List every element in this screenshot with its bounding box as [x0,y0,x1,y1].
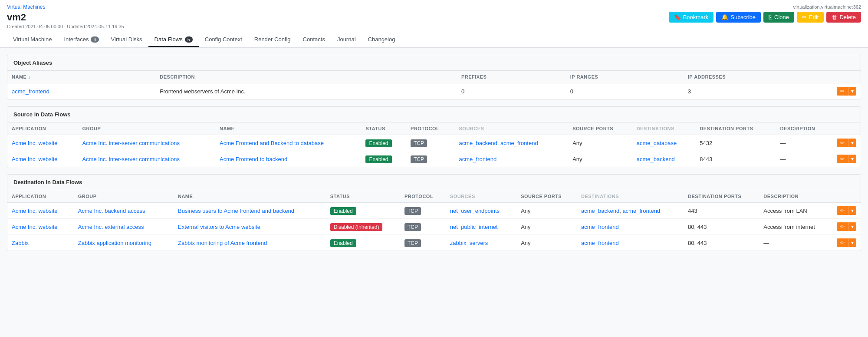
src-dropdown-button[interactable]: ▾ [848,139,856,147]
clone-button[interactable]: ⎘ Clone [763,12,794,23]
dst-description: Access from internet [759,219,832,235]
src-source-ports: Any [568,135,632,151]
trash-icon: 🗑 [832,14,837,20]
table-row: acme_frontend Frontend webservers of Acm… [7,83,861,99]
object-aliases-section: Object Aliases NAME ↓ DESCRIPTION PREFIX… [7,55,861,99]
src-col-actions [832,122,861,135]
tab-render-config[interactable]: Render Config [248,33,297,47]
table-row: Acme Inc. website Acme Inc. inter-server… [7,135,861,151]
dst-sources[interactable]: net_user_endpoints [446,203,516,219]
bookmark-button[interactable]: 🔖 Bookmark [669,12,714,23]
dst-source-ports: Any [516,235,577,251]
src-edit-button[interactable]: ✏ [837,139,848,147]
destination-flows-section: Destination in Data Flows APPLICATION GR… [7,174,861,251]
src-edit-button[interactable]: ✏ [837,155,848,163]
src-destinations[interactable]: acme_database [632,135,696,151]
tab-virtual-disks[interactable]: Virtual Disks [105,33,148,47]
src-group[interactable]: Acme Inc. inter-server communications [78,135,215,151]
src-sources[interactable]: acme_frontend [455,151,569,167]
alias-name[interactable]: acme_frontend [7,83,155,99]
dst-destination-ports: 443 [684,203,759,219]
delete-button[interactable]: 🗑 Delete [826,12,861,23]
alias-actions: ✏ ▾ [832,83,861,99]
dst-edit-button[interactable]: ✏ [837,206,848,215]
breadcrumb[interactable]: Virtual Machines [7,4,46,10]
dst-destinations[interactable]: acme_backend, acme_frontend [577,203,684,219]
tab-config-context[interactable]: Config Context [199,33,248,47]
dst-col-source-ports: SOURCE PORTS [516,190,577,203]
dst-dropdown-button[interactable]: ▾ [848,206,856,215]
dst-name[interactable]: External visitors to Acme website [174,219,326,235]
src-col-application: APPLICATION [7,122,78,135]
alias-edit-button[interactable]: ✏ [837,87,848,96]
src-name[interactable]: Acme Frontend to backend [215,151,361,167]
dst-col-name: NAME [174,190,326,203]
dst-application[interactable]: Zabbix [7,235,74,251]
col-name[interactable]: NAME ↓ [7,71,155,83]
dst-actions: ✏ ▾ [832,235,861,251]
dst-dropdown-button[interactable]: ▾ [848,238,856,247]
edit-button[interactable]: ✏ Edit [797,12,824,23]
dst-destinations[interactable]: acme_frontend [577,219,684,235]
alias-dropdown-button[interactable]: ▾ [848,87,856,96]
src-col-destinations: DESTINATIONS [632,122,696,135]
dst-col-application: APPLICATION [7,190,74,203]
dst-group[interactable]: Acme Inc. backend access [74,203,174,219]
dst-col-sources: SOURCES [446,190,516,203]
tab-bar: Virtual Machine Interfaces 4 Virtual Dis… [7,33,861,47]
dst-protocol: TCP [400,203,446,219]
dst-protocol: TCP [400,235,446,251]
tab-journal[interactable]: Journal [331,33,362,47]
src-application[interactable]: Acme Inc. website [7,151,78,167]
dst-edit-button[interactable]: ✏ [837,238,848,247]
src-actions: ✏ ▾ [832,151,861,167]
source-flows-header: Source in Data Flows [7,107,861,122]
dst-col-description: DESCRIPTION [759,190,832,203]
object-aliases-table: NAME ↓ DESCRIPTION PREFIXES IP RANGES IP… [7,71,861,99]
dst-destinations[interactable]: acme_frontend [577,235,684,251]
src-col-sources: SOURCES [455,122,569,135]
src-status: Enabled [361,151,406,167]
src-actions: ✏ ▾ [832,135,861,151]
tab-virtual-machine[interactable]: Virtual Machine [7,33,58,47]
dst-sources[interactable]: net_public_internet [446,219,516,235]
tab-changelog[interactable]: Changelog [362,33,401,47]
subscribe-button[interactable]: 🔔 Subscribe [716,12,761,23]
table-row: Acme Inc. website Acme Inc. external acc… [7,219,861,235]
src-application[interactable]: Acme Inc. website [7,135,78,151]
tab-interfaces[interactable]: Interfaces 4 [58,33,105,47]
table-row: Acme Inc. website Acme Inc. inter-server… [7,151,861,167]
dst-group[interactable]: Zabbix application monitoring [74,235,174,251]
dst-application[interactable]: Acme Inc. website [7,203,74,219]
dst-application[interactable]: Acme Inc. website [7,219,74,235]
src-col-description: DESCRIPTION [776,122,832,135]
dst-group[interactable]: Acme Inc. external access [74,219,174,235]
dst-col-actions [832,190,861,203]
tab-contacts[interactable]: Contacts [297,33,331,47]
dst-dropdown-button[interactable]: ▾ [848,222,856,231]
col-description: DESCRIPTION [155,71,457,83]
dst-sources[interactable]: zabbix_servers [446,235,516,251]
clone-icon: ⎘ [769,14,772,20]
src-col-name: NAME [215,122,361,135]
src-col-status: STATUS [361,122,406,135]
src-name[interactable]: Acme Frontend and Backend to database [215,135,361,151]
src-sources[interactable]: acme_backend, acme_frontend [455,135,569,151]
src-description: — [776,151,832,167]
alias-ip-ranges: 0 [566,83,684,99]
tab-data-flows[interactable]: Data Flows 5 [148,33,199,47]
dst-name[interactable]: Zabbix monitoring of Acme frontend [174,235,326,251]
table-row: Zabbix Zabbix application monitoring Zab… [7,235,861,251]
object-aliases-header: Object Aliases [7,55,861,71]
vm-meta: Created 2021-04-05 00:00 · Updated 2024-… [7,24,124,29]
dst-name[interactable]: Business users to Acme frontend and back… [174,203,326,219]
dst-col-status: STATUS [326,190,400,203]
src-col-group: GROUP [78,122,215,135]
src-destinations[interactable]: acme_backend [632,151,696,167]
edit-icon: ✏ [802,14,807,20]
col-actions-header [832,71,861,83]
src-destination-ports: 8443 [695,151,776,167]
dst-edit-button[interactable]: ✏ [837,222,848,231]
src-dropdown-button[interactable]: ▾ [848,155,856,163]
src-group[interactable]: Acme Inc. inter-server communications [78,151,215,167]
